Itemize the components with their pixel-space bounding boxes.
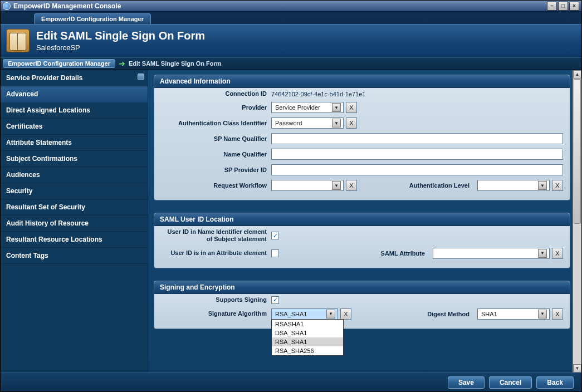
maximize-button[interactable]: □ (558, 2, 568, 11)
digest-method-combo[interactable]: SHA1 ▼ (477, 308, 550, 320)
request-workflow-clear-button[interactable]: X (346, 180, 357, 191)
sp-name-qualifier-input[interactable] (271, 133, 563, 144)
auth-class-value: Password (274, 120, 332, 126)
sidebar-item-subject-confirmations[interactable]: Subject Confirmations (1, 151, 148, 167)
window-title: EmpowerID Management Console (13, 2, 547, 10)
scroll-down-icon[interactable]: ▼ (573, 364, 581, 373)
back-button[interactable]: Back (536, 376, 574, 389)
signature-algorithm-combo[interactable]: RSA_SHA1 ▼ RSASHA1 DSA_SHA1 RSA_SHA1 RSA… (271, 308, 338, 320)
sidebar-item-audit-history[interactable]: Audit History of Resource (1, 215, 148, 232)
cancel-button[interactable]: Cancel (489, 376, 532, 389)
breadcrumb: EmpowerID Configuration Manager ➔ Edit S… (1, 57, 581, 70)
tab-config-manager[interactable]: EmpowerID Configuration Manager (34, 13, 151, 24)
scroll-thumb[interactable] (574, 79, 581, 224)
uid-attribute-checkbox[interactable] (271, 249, 279, 257)
sidebar-item-label: Attribute Statements (6, 139, 72, 146)
save-button[interactable]: Save (448, 376, 485, 389)
name-qualifier-input[interactable] (271, 149, 563, 160)
sidebar-item-label: Resultant Set of Security (6, 203, 85, 211)
auth-class-combo[interactable]: Password ▼ (271, 117, 344, 129)
name-qualifier-label: Name Qualifier (161, 151, 267, 158)
app-icon (3, 2, 11, 10)
chevron-down-icon: ▼ (538, 181, 547, 190)
page-header-text: Edit SAML Single Sign On Form Salesforce… (36, 30, 205, 52)
sidebar-item-advanced[interactable]: Advanced (1, 86, 148, 102)
form-icon (6, 29, 30, 52)
signature-algorithm-label: Signature Algorithm (161, 310, 267, 317)
panel-saml-user-id-location: SAML User ID Location User ID in Name Id… (154, 213, 570, 268)
supports-signing-label: Supports Signing (161, 296, 267, 303)
sp-provider-id-label: SP Provider ID (161, 166, 267, 174)
sp-provider-id-input[interactable] (271, 164, 563, 175)
sidebar-item-direct-assigned-locations[interactable]: Direct Assigned Locations (1, 102, 148, 119)
panel-signing-encryption: Signing and Encryption Supports Signing … (154, 281, 570, 329)
auth-class-label: Authentication Class Identifier (161, 120, 267, 127)
sidebar-item-label: Subject Confirmations (6, 155, 77, 163)
sig-alg-option[interactable]: RSA_SHA1 (272, 337, 343, 346)
breadcrumb-current: Edit SAML Single Sign On Form (129, 60, 222, 67)
sidebar-item-label: Certificates (6, 122, 42, 130)
panel-advanced-information: Advanced Information Connection ID 74642… (154, 75, 570, 200)
auth-level-combo[interactable]: ▼ (477, 180, 550, 191)
scroll-up-icon[interactable]: ▲ (573, 70, 581, 79)
chevron-down-icon: ▼ (538, 249, 547, 258)
sig-alg-option[interactable]: DSA_SHA1 (272, 329, 343, 337)
signature-algorithm-clear-button[interactable]: X (340, 308, 351, 320)
sidebar-item-label: Direct Assigned Locations (6, 106, 90, 114)
sidebar-item-label: Audit History of Resource (6, 219, 89, 227)
tabstrip: EmpowerID Configuration Manager (1, 12, 581, 24)
vertical-scrollbar[interactable]: ▲ ▼ (573, 70, 581, 373)
sidebar-item-service-provider-details[interactable]: Service Provider Details (1, 70, 148, 86)
digest-method-label: Digest Method (412, 311, 473, 317)
connection-id-value: 74642102-09cf-4e1c-b41d-1e71e1 (271, 91, 365, 97)
sidebar-item-resultant-resource-locations[interactable]: Resultant Resource Locations (1, 232, 148, 248)
page-title: Edit SAML Single Sign On Form (36, 30, 205, 42)
provider-clear-button[interactable]: X (346, 102, 357, 113)
breadcrumb-root[interactable]: EmpowerID Configuration Manager (3, 59, 115, 68)
provider-value: Service Provider (274, 104, 332, 111)
sig-alg-option[interactable]: RSASHA1 (272, 320, 343, 329)
sidebar-item-certificates[interactable]: Certificates (1, 119, 148, 135)
sidebar: Service Provider Details Advanced Direct… (1, 70, 148, 373)
auth-level-label: Authentication Level (395, 182, 473, 189)
panel-title: SAML User ID Location (154, 213, 570, 226)
sidebar-item-security[interactable]: Security (1, 183, 148, 199)
footer: Save Cancel Back (1, 373, 581, 391)
workspace: Service Provider Details Advanced Direct… (1, 70, 581, 373)
saml-attribute-label: SAML Attribute (367, 250, 428, 257)
sidebar-item-label: Content Tags (6, 252, 48, 259)
sidebar-item-resultant-set-of-security[interactable]: Resultant Set of Security (1, 199, 148, 215)
panel-title: Signing and Encryption (154, 281, 570, 294)
signature-algorithm-value: RSA_SHA1 (274, 311, 326, 317)
request-workflow-combo[interactable]: ▼ (271, 180, 344, 191)
auth-level-clear-button[interactable]: X (552, 180, 563, 191)
chevron-down-icon: ▼ (326, 310, 335, 318)
body-area: EmpowerID Configuration Manager Edit SAM… (1, 12, 581, 391)
breadcrumb-arrow-icon: ➔ (119, 59, 125, 68)
sidebar-item-label: Audiences (6, 171, 40, 179)
saml-attribute-combo[interactable]: ▼ (433, 248, 550, 259)
minimize-button[interactable]: – (547, 2, 557, 11)
sidebar-item-audiences[interactable]: Audiences (1, 167, 148, 183)
sidebar-item-label: Service Provider Details (6, 74, 82, 82)
chevron-right-icon (138, 74, 144, 80)
sidebar-item-content-tags[interactable]: Content Tags (1, 248, 148, 264)
chevron-down-icon: ▼ (332, 103, 341, 112)
sig-alg-option[interactable]: RSA_SHA256 (272, 346, 343, 355)
supports-signing-checkbox[interactable]: ✓ (271, 296, 279, 304)
panel-title: Advanced Information (154, 75, 570, 88)
digest-method-clear-button[interactable]: X (552, 308, 563, 320)
window-controls: – □ × (547, 2, 579, 11)
connection-id-label: Connection ID (161, 90, 267, 97)
digest-method-value: SHA1 (480, 311, 538, 317)
saml-attribute-clear-button[interactable]: X (552, 248, 563, 259)
uid-attribute-label: User ID is in an Attribute element (161, 249, 267, 257)
chevron-down-icon: ▼ (538, 310, 547, 318)
close-button[interactable]: × (569, 2, 579, 11)
signature-algorithm-dropdown: RSASHA1 DSA_SHA1 RSA_SHA1 RSA_SHA256 (271, 319, 344, 356)
sidebar-item-attribute-statements[interactable]: Attribute Statements (1, 135, 148, 151)
provider-label: Provider (161, 104, 267, 111)
provider-combo[interactable]: Service Provider ▼ (271, 102, 344, 113)
auth-class-clear-button[interactable]: X (346, 117, 357, 129)
uid-name-identifier-checkbox[interactable]: ✓ (271, 232, 279, 239)
